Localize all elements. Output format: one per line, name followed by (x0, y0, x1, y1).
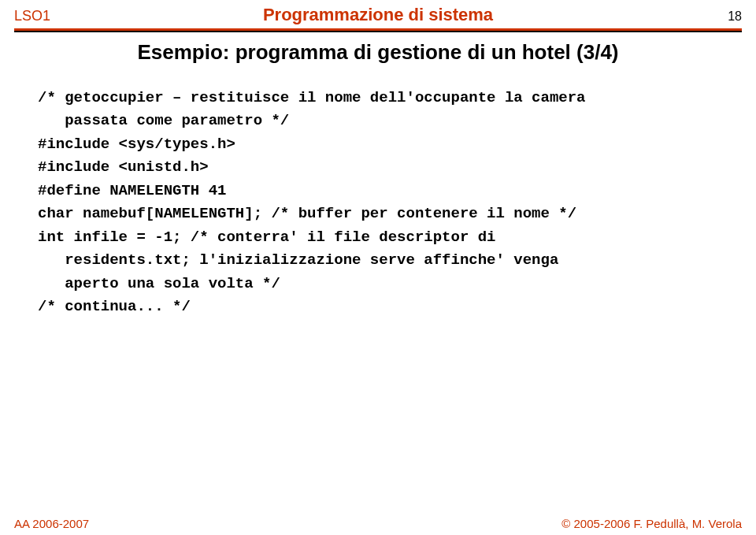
code-line: /* getoccupier – restituisce il nome del… (38, 87, 718, 110)
page-number: 18 (537, 9, 742, 24)
code-line: char namebuf[NAMELENGTH]; /* buffer per … (38, 202, 718, 225)
code-line: passata come parametro */ (38, 110, 718, 132)
slide-header: LSO1 Programmazione di sistema 18 (0, 0, 756, 25)
code-line: /* continua... */ (38, 295, 718, 318)
slide-footer: AA 2006-2007 © 2005-2006 F. Pedullà, M. … (0, 517, 756, 530)
academic-year: AA 2006-2007 (14, 517, 89, 530)
slide-title: Esempio: programma di gestione di un hot… (0, 40, 756, 65)
code-block: /* getoccupier – restituisce il nome del… (0, 65, 756, 318)
course-code: LSO1 (14, 8, 219, 24)
code-line: int infile = -1; /* conterra' il file de… (38, 226, 718, 249)
course-title: Programmazione di sistema (219, 5, 537, 25)
code-line: residents.txt; l'inizializzazione serve … (38, 249, 718, 272)
code-line: #include <sys/types.h> (38, 133, 718, 156)
header-divider (14, 28, 742, 32)
code-line: #include <unistd.h> (38, 156, 718, 179)
code-line: #define NAMELENGTH 41 (38, 180, 718, 202)
code-line: aperto una sola volta */ (38, 273, 718, 295)
copyright: © 2005-2006 F. Pedullà, M. Verola (561, 517, 742, 530)
